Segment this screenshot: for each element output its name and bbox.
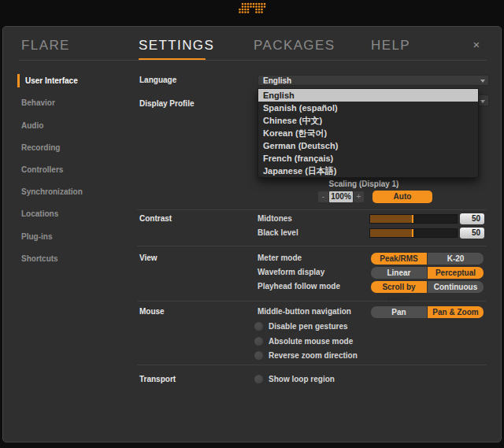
sidebar-item-user-interface[interactable]: User Interface	[25, 76, 78, 87]
disable-pen-gestures-toggle[interactable]	[254, 322, 263, 331]
contrast-section-label: Contrast	[139, 213, 172, 224]
sidebar-item-behavior[interactable]: Behavior	[21, 98, 55, 109]
black-level-slider[interactable]	[369, 228, 458, 238]
reverse-zoom-direction-toggle[interactable]	[254, 351, 263, 360]
mouse-section-label: Mouse	[139, 306, 165, 317]
chevron-down-icon	[480, 80, 485, 83]
app-logo-dots-icon	[239, 2, 266, 14]
tab-help[interactable]: HELP	[371, 37, 410, 54]
disable-pen-gestures-label: Disable pen gestures	[269, 321, 348, 332]
zoom-in-button[interactable]: +	[354, 191, 364, 202]
meter-mode-peak-rms-button[interactable]: Peak/RMS	[371, 253, 427, 265]
divider	[137, 209, 487, 210]
dropdown-option-german[interactable]: German (Deutsch)	[258, 139, 478, 152]
scaling-label: Scaling (Display 1)	[297, 179, 431, 190]
dropdown-option-korean[interactable]: Korean (한국어)	[258, 127, 478, 139]
absolute-mouse-mode-toggle[interactable]	[254, 337, 263, 346]
absolute-mouse-mode-label: Absolute mouse mode	[269, 336, 353, 347]
dropdown-option-japanese[interactable]: Japanese (日本語)	[258, 165, 478, 177]
zoom-value[interactable]: 100%	[329, 191, 353, 202]
sidebar-item-audio[interactable]: Audio	[21, 120, 43, 131]
meter-mode-label: Meter mode	[258, 253, 302, 264]
settings-dialog: FLARE SETTINGS PACKAGES HELP × User Inte…	[2, 26, 502, 442]
middle-button-pan-zoom-button[interactable]: Pan & Zoom	[428, 306, 484, 318]
tab-settings[interactable]: SETTINGS	[139, 37, 214, 54]
tab-flare[interactable]: FLARE	[21, 37, 70, 54]
language-select-value: English	[263, 76, 291, 85]
language-select[interactable]: English	[258, 75, 489, 86]
language-dropdown-list: English Spanish (español) Chinese (中文) K…	[258, 88, 479, 178]
meter-mode-k20-button[interactable]: K-20	[428, 253, 484, 265]
close-icon[interactable]: ×	[469, 37, 484, 53]
middle-button-navigation-label: Middle-button navigation	[258, 306, 351, 317]
sidebar-active-indicator	[17, 74, 20, 87]
middle-button-segmented: Pan Pan & Zoom	[371, 306, 484, 318]
divider	[137, 301, 487, 302]
meter-mode-segmented: Peak/RMS K-20	[371, 253, 484, 265]
black-level-slider-fill	[370, 229, 413, 237]
waveform-display-segmented: Linear Perceptual	[371, 267, 484, 279]
midtones-value[interactable]: 50	[460, 213, 484, 224]
sidebar-item-shortcuts[interactable]: Shortcuts	[21, 254, 58, 265]
show-loop-region-label: Show loop region	[269, 374, 335, 385]
zoom-out-button[interactable]: -	[318, 191, 328, 202]
dropdown-option-spanish[interactable]: Spanish (español)	[258, 102, 478, 114]
view-section-label: View	[139, 253, 158, 264]
display-profile-label: Display Profile	[139, 98, 194, 109]
dropdown-option-english[interactable]: English	[258, 89, 478, 102]
auto-scaling-button[interactable]: Auto	[372, 191, 432, 203]
dropdown-option-chinese[interactable]: Chinese (中文)	[258, 114, 478, 127]
transport-section-label: Transport	[139, 374, 176, 385]
topbar	[0, 0, 504, 26]
divider	[137, 246, 487, 246]
tab-packages[interactable]: PACKAGES	[254, 37, 335, 54]
reverse-zoom-direction-label: Reverse zoom direction	[269, 350, 358, 361]
header-divider	[19, 60, 487, 61]
show-loop-region-toggle[interactable]	[254, 375, 263, 383]
midtones-slider[interactable]	[369, 214, 458, 224]
waveform-linear-button[interactable]: Linear	[371, 267, 427, 279]
midtones-slider-fill	[370, 215, 413, 223]
midtones-label: Midtones	[258, 213, 292, 224]
playhead-follow-mode-label: Playhead follow mode	[258, 281, 340, 292]
sidebar-item-locations[interactable]: Locations	[21, 209, 58, 220]
black-level-label: Black level	[258, 228, 298, 239]
middle-button-pan-button[interactable]: Pan	[371, 306, 427, 318]
black-level-value[interactable]: 50	[460, 228, 484, 239]
sidebar-item-recording[interactable]: Recording	[21, 143, 60, 154]
waveform-perceptual-button[interactable]: Perceptual	[428, 267, 484, 279]
dropdown-option-french[interactable]: French (français)	[258, 152, 478, 165]
playhead-continuous-button[interactable]: Continuous	[428, 281, 484, 293]
sidebar-item-controllers[interactable]: Controllers	[21, 165, 63, 176]
divider	[137, 365, 487, 365]
sidebar-item-plug-ins[interactable]: Plug-ins	[21, 231, 52, 243]
sidebar-item-synchronization[interactable]: Synchronization	[21, 187, 83, 198]
playhead-scroll-by-pages-button[interactable]: Scroll by pages	[371, 281, 427, 293]
chevron-down-icon	[480, 100, 485, 103]
language-label: Language	[139, 75, 176, 86]
playhead-follow-segmented: Scroll by pages Continuous	[371, 281, 484, 293]
waveform-display-label: Waveform display	[258, 267, 324, 278]
